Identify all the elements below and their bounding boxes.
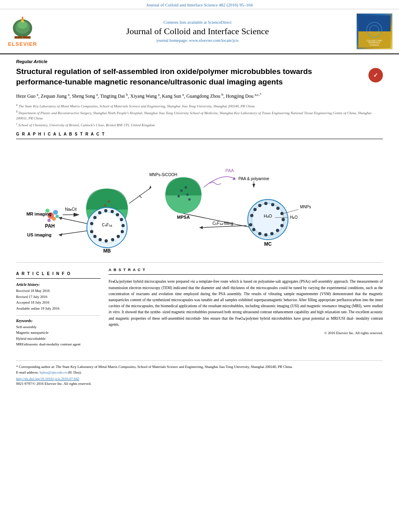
history-subheading: Article history: bbox=[16, 283, 101, 287]
svg-point-57 bbox=[258, 204, 261, 207]
crossmark-icon: ✓ bbox=[370, 70, 381, 81]
affiliation-b: b Department of Plastic and Reconstructi… bbox=[16, 109, 383, 121]
affiliations-block: a The State Key Laboratory of Metal Matr… bbox=[16, 103, 383, 128]
journal-homepage-line: journal homepage: www.elsevier.com/locat… bbox=[39, 38, 356, 43]
journal-header: ELSEVIER Contents lists available at Sci… bbox=[0, 9, 399, 54]
svg-point-84 bbox=[104, 209, 107, 212]
article-history-section: Article history: Received 18 May 2016 Re… bbox=[16, 283, 101, 311]
svg-text:SCIENCE: SCIENCE bbox=[370, 43, 379, 46]
svg-point-65 bbox=[270, 232, 274, 235]
svg-text:MNPs-SiCOOH: MNPs-SiCOOH bbox=[149, 173, 177, 177]
svg-text:✓: ✓ bbox=[373, 72, 378, 78]
svg-text:H₂O: H₂O bbox=[290, 215, 298, 220]
authors-line: Heze Guo a, Zequan Jiang a, Sheng Song a… bbox=[16, 92, 383, 100]
svg-point-63 bbox=[280, 224, 284, 227]
svg-point-64 bbox=[276, 229, 279, 232]
svg-text:MB: MB bbox=[103, 248, 111, 254]
journal-title-header: Journal of Colloid and Interface Science bbox=[39, 26, 356, 37]
footer-section: * Corresponding author at: The State Key… bbox=[16, 360, 383, 389]
article-content: Regular Article Structural regulation of… bbox=[0, 54, 399, 356]
svg-text:MPSA: MPSA bbox=[177, 215, 190, 220]
graphical-abstract-diagram: PAH Na₃Cit PSA (size tunable) bbox=[27, 147, 372, 256]
graphical-abstract-svg-container: PAH Na₃Cit PSA (size tunable) bbox=[16, 147, 383, 256]
svg-point-85 bbox=[111, 210, 114, 213]
keywords-subheading: Keywords: bbox=[16, 319, 101, 323]
homepage-label: journal homepage: bbox=[156, 38, 188, 43]
svg-point-91 bbox=[111, 238, 114, 241]
keywords-divider bbox=[16, 315, 101, 316]
affiliation-c: c School of Chemistry, University of Bri… bbox=[16, 121, 383, 128]
corresponding-author-note: * Corresponding author at: The State Key… bbox=[16, 364, 383, 370]
email-link[interactable]: hjdou@sjtu.edu.cn bbox=[39, 370, 67, 374]
abstract-text: Fe₃O₄/polymer hybrid microcapsules were … bbox=[109, 279, 383, 328]
issn-line: 0021-9797/© 2016 Elsevier Inc. All right… bbox=[16, 382, 383, 386]
revised-date: Revised 17 July 2016 bbox=[16, 294, 101, 300]
svg-point-83 bbox=[98, 211, 101, 214]
svg-point-44 bbox=[185, 186, 187, 189]
received-date: Received 18 May 2016 bbox=[16, 288, 101, 294]
svg-point-90 bbox=[117, 235, 120, 238]
abstract-heading: A B S T R A C T bbox=[109, 267, 383, 272]
contents-label: Contents lists available at bbox=[163, 20, 207, 25]
svg-point-82 bbox=[93, 216, 97, 219]
svg-text:C₆F₁₄: C₆F₁₄ bbox=[102, 223, 112, 227]
copyright-line: © 2016 Elsevier Inc. All rights reserved… bbox=[109, 331, 383, 335]
svg-point-6 bbox=[22, 16, 23, 20]
svg-point-55 bbox=[250, 214, 253, 217]
svg-point-67 bbox=[258, 232, 261, 235]
crossmark-badge[interactable]: ✓ bbox=[368, 68, 383, 82]
svg-point-92 bbox=[105, 239, 108, 242]
svg-text:MNPs: MNPs bbox=[300, 205, 311, 209]
svg-point-81 bbox=[90, 222, 93, 225]
svg-point-88 bbox=[121, 224, 125, 227]
affiliation-a: a The State Key Laboratory of Metal Matr… bbox=[16, 103, 383, 109]
svg-point-61 bbox=[280, 212, 284, 215]
top-citation: Journal of Colloid and Interface Science… bbox=[0, 0, 399, 9]
elsevier-logo: ELSEVIER bbox=[6, 16, 39, 47]
abstract-divider bbox=[109, 274, 383, 275]
article-info-heading: A R T I C L E I N F O bbox=[16, 271, 101, 276]
journal-header-center: Contents lists available at ScienceDirec… bbox=[39, 20, 356, 43]
email-note: E-mail address: hjdou@sjtu.edu.cn (H. Do… bbox=[16, 370, 383, 375]
svg-point-45 bbox=[188, 198, 191, 201]
sciencedirect-link[interactable]: ScienceDirect bbox=[208, 20, 232, 25]
accepted-date: Accepted 18 July 2016 bbox=[16, 300, 101, 305]
svg-text:MC: MC bbox=[264, 241, 272, 247]
svg-point-60 bbox=[276, 207, 280, 210]
page-wrapper: Journal of Colloid and Interface Science… bbox=[0, 0, 399, 389]
elsevier-tree-icon bbox=[6, 16, 39, 40]
svg-point-33 bbox=[108, 200, 110, 203]
svg-text:US imaging: US imaging bbox=[27, 232, 51, 237]
article-title-container: Structural regulation of self-assembled … bbox=[16, 66, 383, 87]
graphical-abstract-heading: G R A P H I C A L A B S T R A C T bbox=[16, 132, 383, 136]
svg-point-69 bbox=[249, 223, 252, 226]
citation-text: Journal of Colloid and Interface Science… bbox=[146, 2, 253, 7]
article-info-divider bbox=[16, 278, 101, 279]
article-info-column: A R T I C L E I N F O Article history: R… bbox=[16, 267, 101, 351]
svg-text:MR imaging: MR imaging bbox=[27, 212, 51, 216]
svg-point-58 bbox=[264, 202, 267, 205]
svg-point-66 bbox=[264, 233, 267, 236]
keyword-1: Self-assembly bbox=[16, 324, 101, 330]
svg-point-24 bbox=[47, 219, 51, 222]
svg-point-25 bbox=[56, 215, 59, 218]
svg-text:PAH: PAH bbox=[45, 223, 55, 229]
svg-point-93 bbox=[99, 238, 102, 241]
available-date: Available online 19 July 2016 bbox=[16, 306, 101, 311]
elsevier-wordmark: ELSEVIER bbox=[8, 41, 37, 47]
svg-point-21 bbox=[53, 210, 58, 215]
svg-point-41 bbox=[180, 189, 183, 192]
homepage-url[interactable]: www.elsevier.com/locate/jcis bbox=[189, 38, 239, 43]
svg-rect-10 bbox=[358, 15, 391, 31]
article-title-text: Structural regulation of self-assembled … bbox=[16, 66, 368, 87]
svg-point-43 bbox=[177, 195, 180, 197]
abstract-column: A B S T R A C T Fe₃O₄/polymer hybrid mic… bbox=[109, 267, 383, 351]
svg-point-62 bbox=[282, 218, 285, 221]
keyword-4: MRI/ultrasonic dual-modality contrast ag… bbox=[16, 341, 101, 347]
graphical-abstract-content: PAH Na₃Cit PSA (size tunable) bbox=[16, 143, 383, 263]
article-type-label: Regular Article bbox=[16, 59, 383, 64]
svg-point-94 bbox=[93, 235, 97, 238]
keywords-section: Keywords: Self-assembly Magnetic nanopar… bbox=[16, 319, 101, 347]
keyword-2: Magnetic nanoparticle bbox=[16, 330, 101, 335]
doi-link[interactable]: http://dx.doi.org/10.1016/j.jcis.2016.07… bbox=[16, 377, 383, 381]
